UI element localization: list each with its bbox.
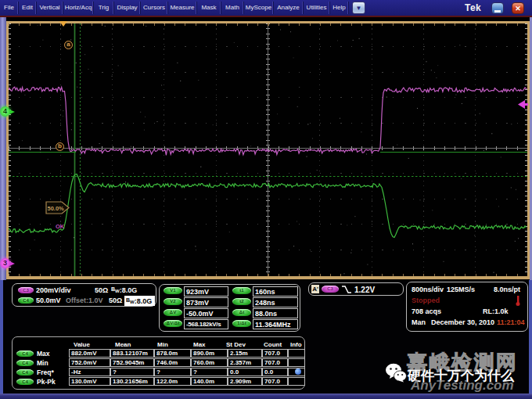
svg-text:50.0%: 50.0% <box>48 205 65 212</box>
